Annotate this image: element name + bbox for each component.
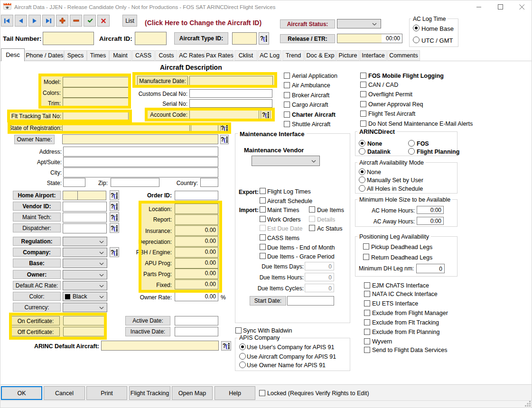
svg-text:{: {	[263, 36, 265, 42]
svg-text:{: {	[224, 137, 226, 143]
